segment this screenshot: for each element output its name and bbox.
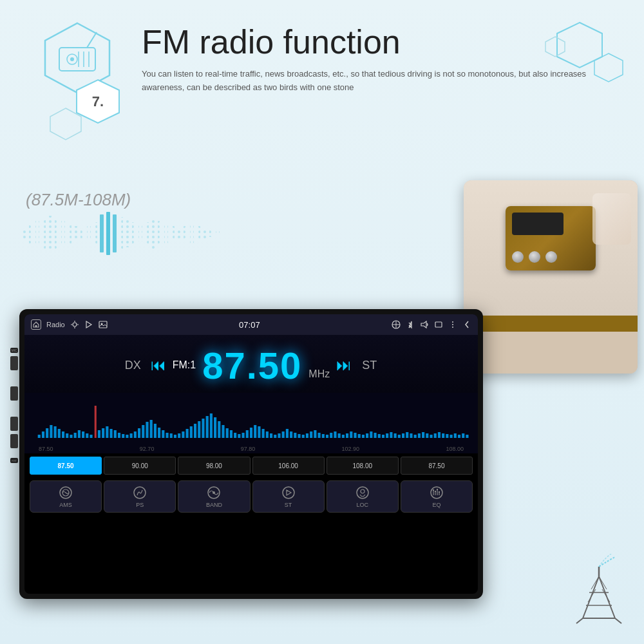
skip-back-btn[interactable]: ⏮ [151, 356, 166, 374]
svg-rect-23 [74, 226, 78, 241]
ps-btn[interactable]: PS [104, 480, 176, 513]
svg-rect-42 [196, 226, 200, 241]
st-func-label: ST [285, 502, 292, 508]
deco-hex-4 [48, 106, 84, 144]
svg-rect-125 [230, 430, 232, 438]
vol-down-btn[interactable] [10, 434, 18, 448]
svg-rect-182 [458, 435, 460, 438]
preset-btn-4[interactable]: 106.00 [252, 457, 325, 475]
preset-btn-3[interactable]: 98.00 [178, 457, 250, 475]
radio-knobs [512, 251, 557, 263]
preset-btn-2[interactable]: 90.00 [104, 457, 176, 475]
loc-btn[interactable]: LOC [327, 480, 399, 513]
svg-rect-129 [246, 430, 249, 438]
dx-label: DX [122, 359, 144, 372]
tower-icon [573, 554, 625, 618]
bottom-buttons: AMS PS BAND ST LOC [24, 478, 478, 516]
svg-rect-94 [106, 426, 108, 438]
preset-btn-1[interactable]: 87.50 [30, 457, 102, 475]
device-screen: Radio 07:07 DX ⏮ FM:1 87.50 MHz ⏭ ST [24, 314, 478, 594]
svg-rect-133 [262, 429, 265, 438]
svg-rect-114 [186, 429, 189, 438]
svg-rect-175 [430, 435, 432, 438]
svg-rect-171 [414, 435, 417, 438]
svg-rect-28 [106, 212, 110, 255]
svg-rect-18 [42, 218, 46, 249]
svg-rect-34 [145, 222, 149, 245]
svg-rect-173 [422, 432, 424, 438]
svg-rect-145 [310, 431, 312, 438]
skip-forward-btn[interactable]: ⏭ [336, 356, 352, 374]
location-icon [392, 320, 401, 329]
spectrum-container [24, 393, 478, 444]
svg-rect-164 [386, 433, 388, 438]
svg-rect-102 [138, 428, 140, 438]
svg-rect-88 [82, 431, 84, 438]
svg-rect-90 [90, 435, 92, 438]
svg-rect-158 [362, 435, 365, 438]
frequency-display: 87.50 [202, 344, 302, 387]
svg-rect-77 [38, 435, 41, 438]
svg-rect-154 [346, 433, 348, 438]
svg-rect-26 [93, 222, 97, 245]
st-func-btn[interactable]: ST [252, 480, 325, 513]
svg-marker-13 [50, 108, 81, 140]
svg-rect-100 [130, 433, 133, 438]
eq-btn[interactable]: EQ [401, 480, 473, 513]
svg-point-60 [73, 323, 77, 327]
svg-rect-25 [87, 226, 91, 241]
svg-rect-66 [99, 321, 107, 328]
radio-display: DX ⏮ FM:1 87.50 MHz ⏭ ST [24, 335, 478, 393]
svg-rect-159 [366, 433, 368, 438]
preset-btn-5[interactable]: 108.00 [327, 457, 399, 475]
svg-rect-82 [58, 429, 61, 438]
back-nav-icon[interactable] [462, 320, 471, 329]
svg-line-55 [576, 618, 583, 623]
svg-line-53 [588, 589, 596, 602]
svg-rect-39 [177, 229, 181, 238]
loc-label: LOC [357, 502, 369, 508]
svg-rect-85 [70, 435, 72, 438]
band-btn[interactable]: BAND [178, 480, 250, 513]
brightness-icon [70, 320, 79, 329]
svg-rect-16 [29, 223, 33, 243]
svg-rect-91 [95, 406, 97, 438]
freq-label-4: 102.90 [342, 446, 360, 452]
svg-rect-96 [114, 430, 117, 438]
svg-rect-112 [178, 433, 180, 438]
svg-point-189 [213, 491, 215, 494]
svg-rect-80 [50, 425, 52, 438]
svg-rect-199 [433, 489, 434, 491]
freq-label-3: 97.80 [241, 446, 256, 452]
svg-rect-178 [442, 433, 444, 438]
home-icon[interactable] [31, 319, 41, 330]
eq-label: EQ [432, 502, 440, 508]
svg-rect-32 [132, 222, 136, 245]
svg-rect-177 [438, 432, 440, 438]
svg-rect-79 [46, 428, 48, 438]
ps-label: PS [136, 502, 144, 508]
radio-main-row: DX ⏮ FM:1 87.50 MHz ⏭ ST [37, 343, 465, 388]
preset-btn-6[interactable]: 87.50 [401, 457, 473, 475]
svg-rect-170 [410, 433, 412, 438]
freq-labels: 87.50 92.70 97.80 102.90 108.00 [24, 444, 478, 453]
power-btn[interactable] [10, 356, 18, 370]
svg-rect-27 [100, 214, 104, 252]
svg-rect-139 [286, 429, 289, 438]
vol-up-btn[interactable] [10, 417, 18, 431]
ams-btn[interactable]: AMS [30, 480, 102, 513]
svg-marker-65 [86, 321, 91, 328]
svg-rect-117 [198, 421, 200, 438]
svg-rect-110 [170, 433, 173, 438]
clock-display: 07:07 [113, 320, 386, 330]
top-section: 7. FM radio function You can listen to r… [13, 13, 631, 180]
svg-rect-165 [390, 432, 392, 438]
svg-rect-130 [250, 428, 252, 438]
svg-rect-113 [182, 431, 184, 438]
svg-rect-106 [154, 424, 156, 438]
svg-rect-17 [35, 221, 39, 246]
room-scene [464, 180, 638, 374]
back-btn[interactable] [10, 386, 18, 401]
freq-label-5: 108.00 [446, 446, 464, 452]
play-icon [84, 320, 93, 329]
